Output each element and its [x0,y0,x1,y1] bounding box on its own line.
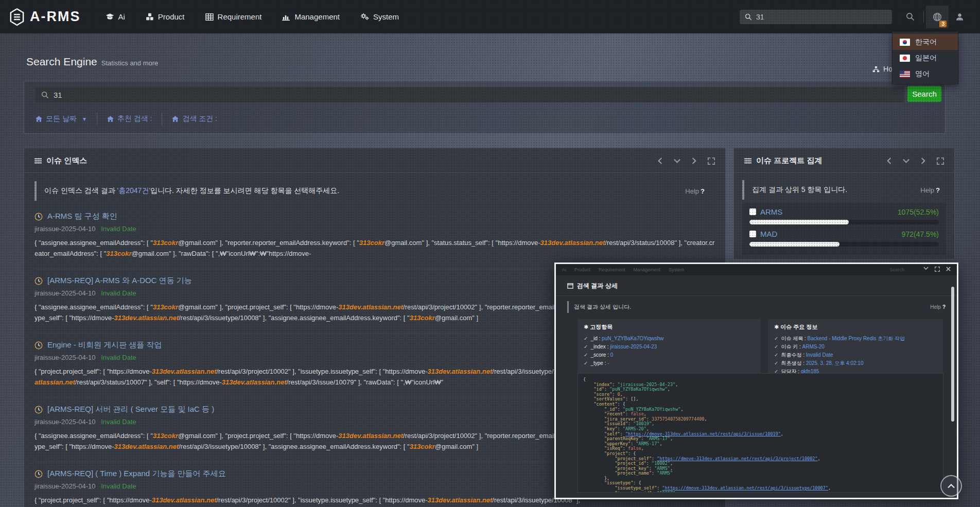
issue-detail-json-box: { "index": "jiraissue-2025-04-23", "id":… [577,373,943,493]
issue-info-row: ✓최초생성 : 2025. 3. 28. 오후 4:02:10 [774,359,937,368]
menu-item-management[interactable]: Management [282,12,340,21]
chevron-left-icon[interactable] [887,158,891,164]
japan-flag-icon [900,55,910,62]
language-option-japanese[interactable]: 일본어 [892,50,958,66]
clock-icon [34,406,43,414]
language-option-korean[interactable]: 한국어 [892,34,958,50]
main-menu: Ai Product Requirement Management System [106,12,399,21]
check-icon: ✓ [584,360,588,366]
menu-label: Product [158,12,185,21]
expand-icon[interactable] [935,267,940,272]
aggregation-row: ARMS 1075(52.5%) [749,207,939,224]
language-label: 영어 [915,69,930,79]
expand-icon[interactable] [937,158,944,165]
result-count: '총2047건' [117,186,151,195]
aggregation-list: ARMS 1075(52.5%) MAD 972(47.5%) [742,203,946,255]
navbar-search-button[interactable] [899,6,921,28]
help-link[interactable]: Help? [685,187,705,195]
field-value[interactable]: puN_YZYBaKa7OYiqwshw [602,336,663,341]
field-value[interactable]: ARMS-20 [802,344,825,349]
cubes-icon [146,13,154,21]
navbar-divider [923,11,924,23]
language-option-english[interactable]: 영어 [892,66,958,82]
filter-suggested-search[interactable]: 추천 검색 : [107,114,152,124]
filter-search-conditions[interactable]: 검색 조건 : [172,114,217,124]
fixed-field-row: ✓_score : 0 [584,351,755,359]
search-panel: Search 모든 날짜 ▼ 추천 검색 : 검색 조건 : [24,81,946,134]
issue-info-row: ✓최종수정 : Invalid Date [774,351,937,359]
minimize-icon[interactable] [923,267,929,272]
modal-scrollbar[interactable] [951,287,954,422]
modal-title-row: 검색 결과 상세 [567,282,946,290]
chevron-down-icon: ▼ [82,116,87,122]
issue-index-info: 이슈 인덱스 검색 결과 '총2047건'입니다. 자세한 정보를 보시려면 해… [34,181,711,201]
filter-label: 검색 조건 : [182,114,217,124]
menu-item-requirement[interactable]: Requirement [205,12,262,21]
chevron-down-icon[interactable] [903,159,909,163]
menu-item-product[interactable]: Product [146,12,185,21]
issue-title-link[interactable]: A-RMS 팀 구성 확인 [34,212,715,221]
project-checkbox[interactable] [749,231,756,237]
project-name-link[interactable]: MAD [760,230,777,238]
field-value[interactable]: Invalid Date [806,352,833,358]
modal-divider [556,295,957,296]
home-icon [172,116,179,122]
help-link[interactable]: Help? [930,304,946,310]
modal-summary-boxes: ✱ 고정항목 ✓_id : puN_YZYBaKa7OYiqwshw ✓_ind… [577,319,946,381]
field-value[interactable]: - [607,360,609,366]
chevron-up-icon [948,484,955,488]
language-label: 일본어 [915,54,937,63]
field-label: _score [590,352,606,358]
filter-all-dates[interactable]: 모든 날짜 ▼ [36,114,87,124]
chevron-down-icon[interactable] [674,159,680,163]
aggregation-header: 이슈 프로젝트 집계 [734,148,954,173]
brand-text: A-RMS [30,9,81,25]
project-count: 1075(52.5%) [898,208,939,216]
expand-icon[interactable] [708,158,715,165]
field-value[interactable]: Backend - Middle Proxy Redis 초기화 작업 [808,336,905,341]
search-filters: 모든 날짜 ▼ 추천 검색 : 검색 조건 : [36,111,217,127]
modal-title-text: 검색 결과 상세 [577,282,618,290]
field-label: 최종수정 [781,352,801,358]
chevron-right-icon[interactable] [692,158,696,164]
check-icon: ✓ [774,344,778,349]
user-icon [955,12,964,21]
language-button[interactable]: 3 [926,6,949,28]
issue-date-status: Invalid Date [101,225,136,233]
aggregation-controls [887,158,944,165]
menu-item-system[interactable]: System [360,12,399,21]
navbar-search-input[interactable] [756,13,887,21]
field-label: _index [590,344,605,349]
close-icon[interactable] [946,267,951,272]
check-icon: ✓ [584,336,588,341]
field-value[interactable]: jiraissue-2025-04-23 [610,344,657,349]
field-value[interactable]: 0 [610,352,614,358]
user-button[interactable] [949,6,971,28]
menu-label: System [373,12,399,21]
check-icon: ✓ [584,352,588,358]
clock-icon [34,341,43,349]
issue-info-row: ✓이슈 제목 : Backend - Middle Proxy Redis 초기… [774,335,937,343]
search-button[interactable]: Search [907,86,941,102]
search-icon [906,12,915,21]
chevron-right-icon[interactable] [921,158,925,164]
language-dropdown: 한국어 일본어 영어 [892,31,958,84]
search-icon [745,13,752,21]
help-link[interactable]: Help? [920,186,940,194]
project-checkbox[interactable] [749,208,756,215]
main-search-input[interactable] [54,91,899,99]
modal-info-text: 검색 결과 상세 입니다. [574,303,631,311]
project-name-link[interactable]: ARMS [760,207,782,216]
scroll-to-top-button[interactable] [940,475,962,497]
issue-title-text: A-RMS 팀 구성 확인 [47,212,117,221]
issue-date-status: Invalid Date [101,289,136,297]
field-value[interactable]: 2025. 3. 28. 오후 4:02:10 [806,360,864,366]
issue-detail-json: { "index": "jiraissue-2025-04-23", "id":… [583,377,938,493]
bar-chart-icon [282,13,290,21]
filter-label: 모든 날짜 [46,114,77,124]
clock-icon [34,213,43,221]
menu-item-ai[interactable]: Ai [106,12,125,21]
page-title-block: Search EngineStatistics and more [26,56,158,68]
app-logo[interactable]: A-RMS [9,8,81,26]
chevron-left-icon[interactable] [658,158,662,164]
